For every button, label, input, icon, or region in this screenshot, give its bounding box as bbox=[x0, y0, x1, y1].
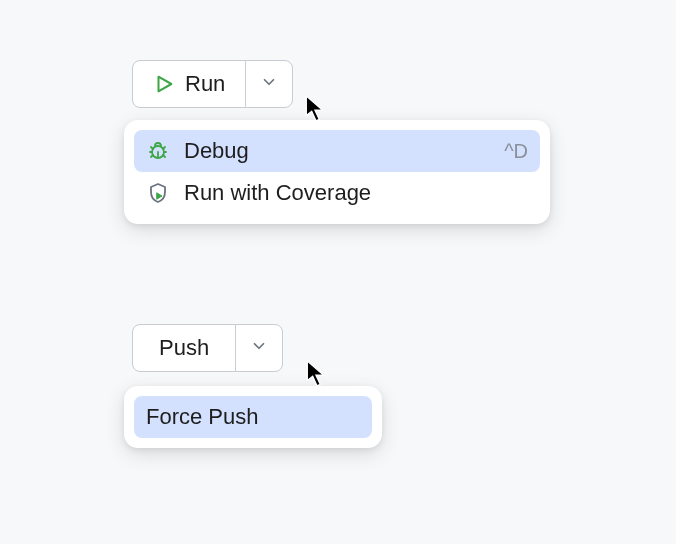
push-dropdown-menu: Force Push bbox=[124, 386, 382, 448]
svg-line-6 bbox=[151, 155, 153, 157]
chevron-down-icon bbox=[250, 337, 268, 359]
svg-line-4 bbox=[151, 147, 153, 149]
menu-item-run-with-coverage[interactable]: Run with Coverage bbox=[134, 172, 540, 214]
run-split-button: Run bbox=[132, 60, 293, 108]
push-button-label: Push bbox=[159, 335, 209, 361]
menu-item-debug[interactable]: Debug ^D bbox=[134, 130, 540, 172]
bug-icon bbox=[146, 139, 172, 163]
svg-line-7 bbox=[163, 155, 165, 157]
run-button[interactable]: Run bbox=[133, 61, 245, 107]
menu-item-label: Force Push bbox=[146, 404, 360, 430]
run-button-label: Run bbox=[185, 71, 225, 97]
menu-item-label: Run with Coverage bbox=[184, 180, 528, 206]
push-dropdown-trigger[interactable] bbox=[235, 325, 282, 371]
coverage-icon bbox=[146, 181, 172, 205]
menu-item-shortcut: ^D bbox=[504, 140, 528, 163]
run-dropdown-trigger[interactable] bbox=[245, 61, 292, 107]
run-dropdown-menu: Debug ^D Run with Coverage bbox=[124, 120, 550, 224]
push-button[interactable]: Push bbox=[133, 325, 235, 371]
menu-item-label: Debug bbox=[184, 138, 472, 164]
menu-item-force-push[interactable]: Force Push bbox=[134, 396, 372, 438]
push-split-button: Push bbox=[132, 324, 283, 372]
svg-line-5 bbox=[163, 147, 165, 149]
chevron-down-icon bbox=[260, 73, 278, 95]
play-icon bbox=[153, 73, 175, 95]
